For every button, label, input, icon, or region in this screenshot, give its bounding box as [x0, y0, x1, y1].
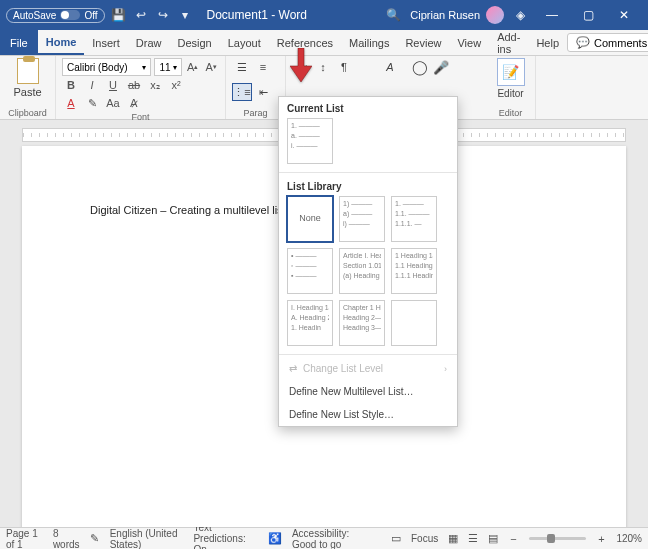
shrink-font-icon[interactable]: A▾: [204, 58, 220, 76]
tab-references[interactable]: References: [269, 30, 341, 55]
group-paragraph: ☰ ≡ ⋮≡ ⇤ Parag: [226, 56, 286, 119]
view-web-icon[interactable]: ▤: [488, 532, 498, 546]
account-button[interactable]: Ciprian Rusen: [410, 6, 504, 24]
undo-icon[interactable]: ↩: [133, 7, 149, 23]
spellcheck-icon[interactable]: ✎: [90, 532, 100, 546]
status-zoom[interactable]: 120%: [616, 533, 642, 544]
file-tab[interactable]: File: [0, 30, 38, 55]
increase-indent-icon[interactable]: ⇥: [292, 58, 312, 76]
highlight-icon[interactable]: ✎: [83, 94, 101, 112]
bold-icon[interactable]: B: [62, 76, 80, 94]
group-clipboard: Paste Clipboard: [0, 56, 56, 119]
show-marks-icon[interactable]: ¶: [334, 58, 354, 76]
paste-icon: [17, 58, 39, 84]
group-label: Clipboard: [6, 108, 49, 118]
tab-draw[interactable]: Draw: [128, 30, 170, 55]
section-current-list: Current List: [279, 97, 457, 118]
view-print-icon[interactable]: ▦: [448, 532, 458, 546]
status-accessibility[interactable]: Accessibility: Good to go: [292, 528, 371, 550]
change-case-icon[interactable]: Aa: [104, 94, 122, 112]
status-words[interactable]: 8 words: [53, 528, 80, 550]
zoom-out-icon[interactable]: −: [509, 532, 519, 546]
group-editor: 📝 Editor Editor: [486, 56, 536, 119]
section-list-library: List Library: [279, 175, 457, 196]
word-app: AutoSave Off 💾 ↩ ↪ ▾ Document1 - Word 🔍 …: [0, 0, 648, 549]
tab-home[interactable]: Home: [38, 30, 85, 55]
maximize-button[interactable]: ▢: [570, 0, 606, 30]
search-icon[interactable]: 🔍: [384, 6, 402, 24]
styles-icon[interactable]: A: [380, 58, 400, 76]
tab-addins[interactable]: Add-ins: [489, 30, 528, 55]
italic-icon[interactable]: I: [83, 76, 101, 94]
list-thumb[interactable]: Chapter 1 Hea Heading 2— Heading 3—: [339, 300, 385, 346]
group-label: Parag: [232, 108, 279, 118]
autosave-toggle[interactable]: AutoSave Off: [6, 8, 105, 23]
voice-icon[interactable]: 🎤: [431, 58, 451, 76]
superscript-icon[interactable]: x²: [167, 76, 185, 94]
list-thumb-current[interactable]: 1. ——— a. ——— i. ———: [287, 118, 333, 164]
tab-design[interactable]: Design: [169, 30, 219, 55]
clear-format-icon[interactable]: A̷: [125, 94, 143, 112]
underline-icon[interactable]: U: [104, 76, 122, 94]
subscript-icon[interactable]: x₂: [146, 76, 164, 94]
status-focus[interactable]: Focus: [411, 533, 438, 544]
autosave-state: Off: [84, 10, 97, 21]
close-button[interactable]: ✕: [606, 0, 642, 30]
editor-button[interactable]: Editor: [497, 88, 523, 99]
list-thumb-none[interactable]: None: [287, 196, 333, 242]
font-color-icon[interactable]: A: [62, 94, 80, 112]
list-thumb[interactable]: 1) ——— a) ——— i) ———: [339, 196, 385, 242]
list-thumb[interactable]: 1. ——— 1.1. ——— 1.1.1. —: [391, 196, 437, 242]
qat-dropdown-icon[interactable]: ▾: [177, 7, 193, 23]
document-title: Document1 - Word: [207, 8, 307, 22]
tab-mailings[interactable]: Mailings: [341, 30, 397, 55]
save-icon[interactable]: 💾: [111, 7, 127, 23]
group-label: Editor: [492, 108, 529, 118]
status-bar: Page 1 of 1 8 words ✎ English (United St…: [0, 527, 648, 549]
tab-layout[interactable]: Layout: [220, 30, 269, 55]
list-thumb[interactable]: Article I. Head Section 1.01 H (a) Headi…: [339, 248, 385, 294]
editor-icon[interactable]: 📝: [497, 58, 525, 86]
multilevel-list-icon[interactable]: ⋮≡: [232, 83, 252, 101]
dictate-icon[interactable]: ◯: [410, 58, 430, 76]
multilevel-list-dropdown: Current List 1. ——— a. ——— i. ——— List L…: [278, 96, 458, 427]
decrease-indent-icon[interactable]: ⇤: [253, 83, 273, 101]
ribbon-tabs: File Home Insert Draw Design Layout Refe…: [0, 30, 648, 56]
tab-insert[interactable]: Insert: [84, 30, 128, 55]
paste-button[interactable]: Paste: [6, 58, 49, 98]
define-new-multilevel[interactable]: Define New Multilevel List…: [279, 380, 457, 403]
list-thumb[interactable]: 1 Heading 1— 1.1 Heading 2 1.1.1 Heading: [391, 248, 437, 294]
tab-review[interactable]: Review: [397, 30, 449, 55]
redo-icon[interactable]: ↪: [155, 7, 171, 23]
grow-font-icon[interactable]: A▴: [185, 58, 201, 76]
minimize-button[interactable]: ―: [534, 0, 570, 30]
tab-help[interactable]: Help: [528, 30, 567, 55]
list-thumb[interactable]: I. Heading 1— A. Heading 2 1. Headin: [287, 300, 333, 346]
group-font: Calibri (Body)▾ 11▾ A▴ A▾ B I U ab x₂ x²…: [56, 56, 226, 119]
avatar: [486, 6, 504, 24]
font-size-combo[interactable]: 11▾: [154, 58, 182, 76]
strike-icon[interactable]: ab: [125, 76, 143, 94]
zoom-slider[interactable]: [529, 537, 587, 540]
status-page[interactable]: Page 1 of 1: [6, 528, 43, 550]
ribbon: Paste Clipboard Calibri (Body)▾ 11▾ A▴ A…: [0, 56, 648, 120]
zoom-in-icon[interactable]: +: [596, 532, 606, 546]
tab-view[interactable]: View: [449, 30, 489, 55]
list-thumb[interactable]: • ——— ◦ ——— ▪ ———: [287, 248, 333, 294]
bullets-icon[interactable]: ☰: [232, 58, 252, 76]
status-language[interactable]: English (United States): [110, 528, 184, 550]
premium-icon[interactable]: ◈: [512, 7, 528, 23]
title-bar: AutoSave Off 💾 ↩ ↪ ▾ Document1 - Word 🔍 …: [0, 0, 648, 30]
list-thumb-blank[interactable]: [391, 300, 437, 346]
change-list-level: ⇄Change List Level›: [279, 357, 457, 380]
autosave-label: AutoSave: [13, 10, 56, 21]
accessibility-icon: ♿: [268, 532, 282, 546]
focus-icon[interactable]: ▭: [391, 532, 401, 546]
comments-button[interactable]: 💬Comments: [567, 33, 648, 52]
view-read-icon[interactable]: ☰: [468, 532, 478, 546]
define-new-list-style[interactable]: Define New List Style…: [279, 403, 457, 426]
numbering-icon[interactable]: ≡: [253, 58, 273, 76]
sort-icon[interactable]: ↕: [313, 58, 333, 76]
user-name: Ciprian Rusen: [410, 9, 480, 21]
font-name-combo[interactable]: Calibri (Body)▾: [62, 58, 151, 76]
